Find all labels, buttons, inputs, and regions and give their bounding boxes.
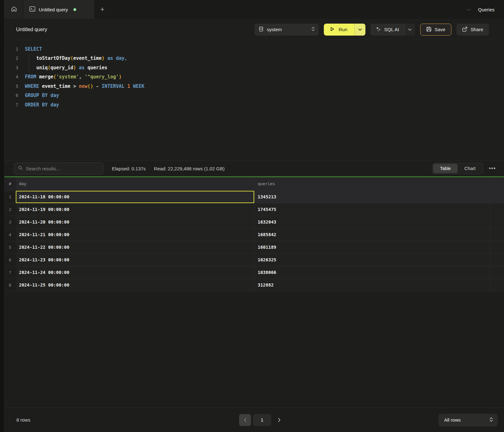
- play-icon: [329, 26, 335, 33]
- search-results-box[interactable]: [14, 162, 104, 174]
- new-tab-button[interactable]: +: [94, 0, 111, 19]
- table-row[interactable]: 52024-11-22 00:00:001601189: [4, 241, 504, 254]
- queries-cell[interactable]: 312882: [255, 279, 490, 292]
- line-number: 2: [4, 56, 20, 61]
- elapsed-stat: Elapsed: 0.137s: [112, 166, 146, 171]
- filler-cell: [490, 216, 504, 229]
- row-index-cell: 4: [4, 229, 16, 241]
- tab-bar: Untitled query + ·· Queries: [4, 0, 504, 19]
- sql-ai-main[interactable]: SQL AI: [370, 24, 404, 36]
- search-results-input[interactable]: [26, 166, 100, 171]
- day-cell[interactable]: 2024-11-23 00:00:00: [16, 254, 255, 266]
- home-tab[interactable]: [4, 0, 24, 19]
- filler-cell: [490, 191, 504, 203]
- code-text: SELECT: [20, 46, 42, 52]
- results-more-button[interactable]: •••: [489, 166, 496, 171]
- table-row[interactable]: 32024-11-20 00:00:001632043: [4, 216, 504, 229]
- code-line[interactable]: 5WHERE event_time > now() - INTERVAL 1 W…: [4, 82, 504, 91]
- results-empty-space: [4, 292, 504, 408]
- sql-ai-label: SQL AI: [384, 27, 399, 32]
- table-row[interactable]: 22024-11-19 00:00:001745475: [4, 203, 504, 216]
- tab-untitled-query[interactable]: Untitled query: [24, 0, 94, 19]
- table-row[interactable]: 72024-11-24 00:00:001038066: [4, 266, 504, 279]
- queries-cell[interactable]: 1026325: [255, 254, 490, 266]
- indent-guide: [29, 64, 29, 72]
- line-number: 5: [4, 84, 20, 89]
- code-line[interactable]: 3 uniq(query_id) as queries: [4, 63, 504, 72]
- tab-label: Untitled query: [39, 7, 68, 12]
- home-icon: [11, 6, 17, 14]
- column-header-day[interactable]: day: [16, 177, 255, 191]
- prev-page-button[interactable]: [239, 414, 251, 426]
- terminal-icon: [29, 6, 35, 13]
- queries-cell[interactable]: 1745475: [255, 203, 490, 216]
- table-row[interactable]: 62024-11-23 00:00:001026325: [4, 254, 504, 266]
- tab-chart-view[interactable]: Chart: [458, 164, 482, 173]
- tab-table-view[interactable]: Table: [433, 164, 458, 173]
- collapsed-sidebar-strip[interactable]: [0, 0, 4, 432]
- queries-cell[interactable]: 1601189: [255, 241, 490, 254]
- filler-cell: [490, 229, 504, 241]
- queries-cell[interactable]: 1685842: [255, 229, 490, 241]
- run-dropdown-button[interactable]: [354, 24, 365, 36]
- filler-cell: [490, 266, 504, 279]
- database-selector[interactable]: system: [255, 24, 319, 36]
- code-line[interactable]: 4FROM merge('system', '^query_log'): [4, 72, 504, 82]
- day-cell[interactable]: 2024-11-21 00:00:00: [16, 229, 255, 241]
- search-icon: [18, 166, 23, 172]
- table-row[interactable]: 82024-11-25 00:00:00312882: [4, 279, 504, 292]
- save-button[interactable]: Save: [420, 24, 451, 36]
- share-label: Share: [471, 27, 483, 32]
- indent-guide: [29, 54, 29, 62]
- code-text: GROUP BY day: [20, 93, 59, 98]
- table-row[interactable]: 42024-11-21 00:00:001685842: [4, 229, 504, 241]
- column-header-queries[interactable]: queries: [255, 177, 490, 191]
- filler-cell: [490, 241, 504, 254]
- header-actions: system Run: [255, 24, 489, 36]
- sql-ai-button[interactable]: SQL AI: [370, 24, 415, 36]
- run-button[interactable]: Run: [324, 24, 365, 36]
- day-cell[interactable]: 2024-11-25 00:00:00: [16, 279, 255, 292]
- results-toolbar: Elapsed: 0.137s Read: 22,229,488 rows (1…: [4, 161, 504, 176]
- column-header-index[interactable]: #: [4, 177, 16, 191]
- code-line[interactable]: 6GROUP BY day: [4, 91, 504, 100]
- table-row[interactable]: 12024-11-18 00:00:001345213: [4, 191, 504, 203]
- unsaved-dot: [73, 8, 76, 11]
- day-cell[interactable]: 2024-11-20 00:00:00: [16, 216, 255, 229]
- view-toggle: Table Chart: [432, 163, 483, 174]
- code-line[interactable]: 7ORDER BY day: [4, 100, 504, 110]
- chevron-down-icon: [358, 28, 362, 31]
- day-cell[interactable]: 2024-11-18 00:00:00: [16, 191, 255, 203]
- next-page-button[interactable]: [273, 414, 285, 426]
- current-page-button[interactable]: 1: [253, 414, 271, 426]
- line-number: 6: [4, 93, 20, 98]
- run-button-main[interactable]: Run: [324, 24, 354, 36]
- queries-button[interactable]: Queries: [478, 7, 495, 12]
- ellipsis-icon[interactable]: ··: [467, 7, 471, 12]
- chevron-down-icon: [408, 28, 412, 31]
- row-index-cell: 8: [4, 279, 16, 292]
- results-table: # day queries 12024-11-18 00:00:00134521…: [4, 177, 504, 292]
- query-header: Untitled query system: [4, 19, 504, 40]
- code-line[interactable]: 2 toStartOfDay(event_time) as day,: [4, 54, 504, 63]
- day-cell[interactable]: 2024-11-24 00:00:00: [16, 266, 255, 279]
- day-cell[interactable]: 2024-11-19 00:00:00: [16, 203, 255, 216]
- database-icon: [259, 26, 264, 33]
- rows-per-page-label: All rows: [444, 417, 461, 423]
- day-cell[interactable]: 2024-11-22 00:00:00: [16, 241, 255, 254]
- queries-cell[interactable]: 1345213: [255, 191, 490, 203]
- updown-chevrons-icon: [311, 26, 315, 32]
- code-text: toStartOfDay(event_time) as day,: [20, 55, 127, 61]
- sql-editor[interactable]: 1SELECT2 toStartOfDay(event_time) as day…: [4, 40, 504, 161]
- share-icon: [462, 26, 467, 33]
- rows-per-page-select[interactable]: All rows: [438, 414, 498, 426]
- code-line[interactable]: 1SELECT: [4, 44, 504, 54]
- tabbar-right: ·· Queries: [467, 0, 504, 19]
- save-label: Save: [435, 27, 445, 32]
- row-index-cell: 3: [4, 216, 16, 229]
- queries-cell[interactable]: 1038066: [255, 266, 490, 279]
- row-index-cell: 2: [4, 203, 16, 216]
- share-button[interactable]: Share: [456, 24, 489, 36]
- sql-ai-dropdown-button[interactable]: [404, 24, 415, 36]
- queries-cell[interactable]: 1632043: [255, 216, 490, 229]
